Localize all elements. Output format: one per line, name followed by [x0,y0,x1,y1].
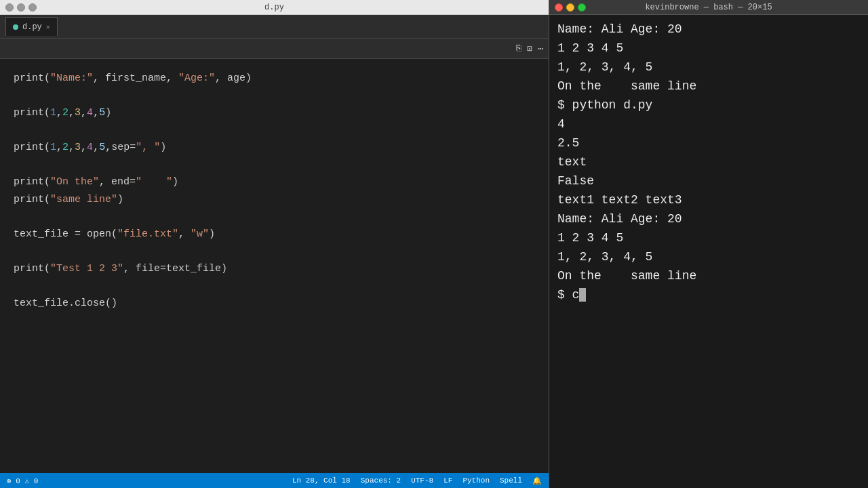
code-line-3: print(1,2,3,4,5) [14,104,535,122]
term-line-13: 1, 2, 3, 4, 5 [557,248,860,267]
editor-window-title: d.py [264,3,284,12]
status-encoding: UTF-8 [411,476,433,485]
main-area: d.py d.py ✕ ⎘ ⊡ ⋯ print("Name:", first_n… [0,0,868,488]
term-line-11: Name: Ali Age: 20 [557,210,860,229]
status-spaces: Spaces: 2 [361,476,401,485]
term-line-4: On the same line [557,77,860,96]
code-line-8: print("same line") [14,191,535,209]
win-btn-1[interactable] [5,3,14,12]
term-line-1: Name: Ali Age: 20 [557,20,860,39]
status-spell: Spell [500,476,522,485]
code-line-7: print("On the", end=" ") [14,174,535,191]
status-language: Python [462,476,490,485]
tab-close-icon[interactable]: ✕ [46,23,50,31]
win-btn-2[interactable] [17,3,25,12]
term-line-3: 1, 2, 3, 4, 5 [557,58,860,77]
terminal-cursor [579,288,586,302]
code-line-9 [14,208,535,226]
code-line-1: print("Name:", first_name, "Age:", age) [14,70,535,87]
status-bell-icon: 🔔 [532,476,542,485]
terminal-window-title: kevinbrowne — bash — 20×15 [645,3,772,12]
editor-title-bar: d.py [0,0,549,15]
status-line-ending: LF [443,476,452,485]
code-line-12: print("Test 1 2 3", file=text_file) [14,260,535,278]
menu-icon[interactable]: ⋯ [538,43,543,54]
status-bar: ⊗ 0 ⚠ 0 Ln 28, Col 18 Spaces: 2 UTF-8 LF… [0,473,549,488]
term-line-14: On the same line [557,267,860,286]
code-line-14: text_file.close() [14,295,535,312]
term-line-5: $ python d.py [557,96,860,115]
editor-pane: d.py d.py ✕ ⎘ ⊡ ⋯ print("Name:", first_n… [0,0,549,488]
editor-tab-bar: d.py ✕ [0,15,549,39]
editor-content[interactable]: print("Name:", first_name, "Age:", age) … [0,59,549,473]
code-line-10: text_file = open("file.txt", "w") [14,226,535,243]
code-line-11 [14,243,535,260]
term-btn-min[interactable] [566,3,574,12]
term-line-9: False [557,172,860,191]
terminal-content[interactable]: Name: Ali Age: 20 1 2 3 4 5 1, 2, 3, 4, … [549,15,868,488]
code-line-4 [14,122,535,140]
copy-icon[interactable]: ⎘ [516,43,521,54]
terminal-window-controls [555,3,586,12]
term-btn-close[interactable] [555,3,563,12]
status-position: Ln 28, Col 18 [292,476,351,485]
term-btn-max[interactable] [578,3,586,12]
terminal-title-bar: kevinbrowne — bash — 20×15 [549,0,868,15]
editor-tab[interactable]: d.py ✕ [5,17,58,36]
win-btn-3[interactable] [28,3,37,12]
status-errors: ⊗ 0 ⚠ 0 [7,476,38,485]
term-line-2: 1 2 3 4 5 [557,39,860,58]
code-line-6 [14,157,535,174]
term-line-10: text1 text2 text3 [557,191,860,210]
code-line-13 [14,277,535,295]
split-icon[interactable]: ⊡ [527,43,532,54]
terminal-pane: kevinbrowne — bash — 20×15 Name: Ali Age… [549,0,868,488]
term-line-8: text [557,153,860,172]
code-line-5: print(1,2,3,4,5,sep=", ") [14,139,535,157]
editor-toolbar: ⎘ ⊡ ⋯ [0,39,549,59]
code-line-2 [14,87,535,105]
tab-dot [13,24,18,30]
term-line-7: 2.5 [557,134,860,153]
term-line-6: 4 [557,115,860,134]
tab-label: d.py [22,22,42,32]
window-controls [5,3,37,12]
term-line-12: 1 2 3 4 5 [557,229,860,248]
term-line-15: $ c [557,286,860,305]
